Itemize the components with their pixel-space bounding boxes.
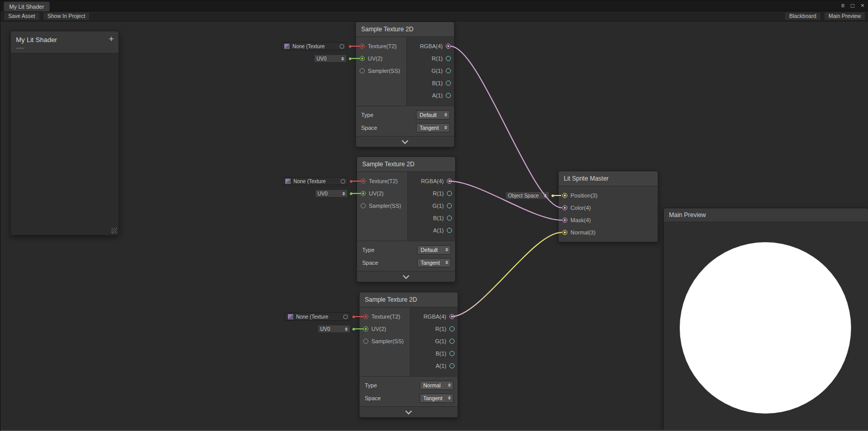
- type-value: Normal: [423, 382, 448, 388]
- texture-object-field[interactable]: None (Texture: [285, 312, 350, 321]
- uv-channel-dropdown[interactable]: UV0: [315, 189, 348, 198]
- object-picker-icon[interactable]: [340, 44, 344, 49]
- node-title[interactable]: Sample Texture 2D: [360, 292, 458, 307]
- texture-object-field[interactable]: None (Texture: [281, 42, 347, 50]
- port-label: G(1): [431, 68, 443, 74]
- space-dropdown[interactable]: Tangent: [420, 394, 453, 403]
- edge-rgba-to-color[interactable]: [450, 46, 562, 208]
- texture-default-slot: None (Texture: [282, 177, 352, 185]
- object-picker-icon[interactable]: [341, 179, 345, 184]
- mask-input-port[interactable]: [562, 218, 567, 223]
- normal-input-port[interactable]: [562, 230, 567, 235]
- node-title[interactable]: Lit Sprite Master: [559, 171, 658, 186]
- type-label: Type: [362, 247, 417, 253]
- position-input-port[interactable]: [562, 193, 567, 198]
- collapse-button[interactable]: [357, 271, 455, 282]
- uv-channel-dropdown[interactable]: UV0: [314, 54, 347, 63]
- uv-channel-dropdown[interactable]: UV0: [318, 325, 350, 333]
- color-input-port[interactable]: [562, 205, 567, 210]
- node-title[interactable]: Sample Texture 2D: [356, 22, 454, 37]
- sample-texture-2d-node-1[interactable]: Sample Texture 2D Texture(T2) UV(2) Samp…: [356, 22, 455, 147]
- sample-texture-2d-node-3[interactable]: Sample Texture 2D Texture(T2) UV(2) Samp…: [359, 292, 458, 418]
- texture-input-port[interactable]: [361, 179, 366, 184]
- texture-field-value: None (Texture: [296, 314, 341, 320]
- node-title[interactable]: Sample Texture 2D: [357, 157, 455, 172]
- output-column: RGBA(4) R(1) G(1) B(1) A(1): [407, 172, 455, 241]
- uv-input-port[interactable]: [363, 326, 368, 331]
- a-output-port[interactable]: [446, 93, 451, 98]
- g-output-port[interactable]: [449, 339, 455, 344]
- texture-object-field[interactable]: None (Texture: [282, 177, 348, 185]
- edge-rgba-to-mask[interactable]: [449, 181, 562, 220]
- port-label: RGBA(4): [421, 178, 444, 184]
- show-in-project-button[interactable]: Show In Project: [43, 12, 90, 21]
- r-output-port[interactable]: [449, 326, 455, 331]
- lit-sprite-master-node[interactable]: Lit Sprite Master Position(3) Color(4) M…: [558, 171, 658, 242]
- b-output-port[interactable]: [446, 81, 451, 86]
- input-column: Texture(T2) UV(2) Sampler(SS): [356, 37, 406, 106]
- output-column: RGBA(4) R(1) G(1) B(1) A(1): [406, 37, 454, 106]
- rgba-output-port[interactable]: [449, 314, 455, 319]
- r-output-port[interactable]: [447, 191, 452, 196]
- resize-grip[interactable]: [111, 228, 117, 233]
- sample-texture-2d-node-2[interactable]: Sample Texture 2D Texture(T2) UV(2) Samp…: [357, 156, 456, 282]
- edge-rgba-to-normal[interactable]: [451, 232, 562, 317]
- preview-sphere: [680, 242, 851, 414]
- window-controls: ≡ □ ×: [841, 1, 864, 11]
- maximize-icon[interactable]: □: [851, 1, 854, 11]
- rgba-output-port[interactable]: [447, 179, 452, 184]
- b-output-port[interactable]: [449, 351, 455, 356]
- object-picker-icon[interactable]: [343, 315, 348, 319]
- main-preview-title: Main Preview: [669, 211, 706, 219]
- blackboard-header[interactable]: My Lit Shader +: [11, 31, 119, 53]
- texture-input-port[interactable]: [363, 314, 368, 319]
- b-output-port[interactable]: [447, 215, 452, 221]
- port-label: RGBA(4): [423, 314, 446, 320]
- g-output-port[interactable]: [446, 68, 451, 73]
- a-output-port[interactable]: [447, 228, 452, 233]
- uv-input-port[interactable]: [360, 56, 365, 61]
- save-asset-button[interactable]: Save Asset: [4, 12, 40, 21]
- space-value: Tangent: [420, 125, 444, 131]
- collapse-button[interactable]: [360, 406, 458, 417]
- port-label: Color(4): [570, 205, 591, 211]
- window-menu-icon[interactable]: ≡: [841, 1, 844, 11]
- sampler-input-port[interactable]: [361, 203, 366, 208]
- position-space-dropdown[interactable]: Object Space: [505, 191, 549, 200]
- r-output-port[interactable]: [446, 56, 451, 61]
- window-tab[interactable]: My Lit Shader: [4, 2, 50, 11]
- uv-default-slot: UV0: [314, 54, 351, 63]
- texture-input-port[interactable]: [360, 44, 365, 49]
- graph-toolbar: Save Asset Show In Project Blackboard Ma…: [1, 11, 868, 22]
- uv-input-port[interactable]: [361, 191, 366, 196]
- type-dropdown[interactable]: Default: [417, 245, 451, 254]
- type-dropdown[interactable]: Default: [416, 110, 450, 120]
- a-output-port[interactable]: [449, 363, 455, 368]
- close-icon[interactable]: ×: [860, 1, 864, 11]
- space-dropdown[interactable]: Tangent: [417, 258, 451, 267]
- sampler-input-port[interactable]: [363, 339, 368, 344]
- connection-dot: [350, 192, 352, 195]
- main-preview-toggle-button[interactable]: Main Preview: [824, 12, 865, 21]
- add-property-button[interactable]: +: [109, 34, 114, 44]
- space-label: Space: [365, 395, 420, 401]
- sampler-input-port[interactable]: [360, 68, 365, 73]
- uv-channel-value: UV0: [320, 326, 345, 332]
- dropdown-arrows-icon: [341, 57, 344, 61]
- rgba-output-port[interactable]: [446, 44, 451, 49]
- port-label: R(1): [436, 326, 446, 332]
- port-label: B(1): [436, 350, 446, 357]
- space-dropdown[interactable]: Tangent: [416, 123, 450, 132]
- position-space-slot: Object Space: [505, 191, 554, 200]
- port-label: G(1): [432, 203, 444, 209]
- type-dropdown[interactable]: Normal: [420, 381, 453, 390]
- port-label: R(1): [433, 190, 444, 197]
- collapse-chevron-icon: [403, 272, 409, 279]
- collapse-button[interactable]: [356, 136, 454, 147]
- main-preview-header[interactable]: Main Preview: [664, 208, 868, 222]
- title-bar: My Lit Shader ≡ □ ×: [1, 1, 868, 11]
- texture-thumbnail-icon: [287, 314, 294, 320]
- g-output-port[interactable]: [447, 203, 452, 208]
- blackboard-toggle-button[interactable]: Blackboard: [784, 12, 821, 21]
- texture-thumbnail-icon: [284, 43, 290, 50]
